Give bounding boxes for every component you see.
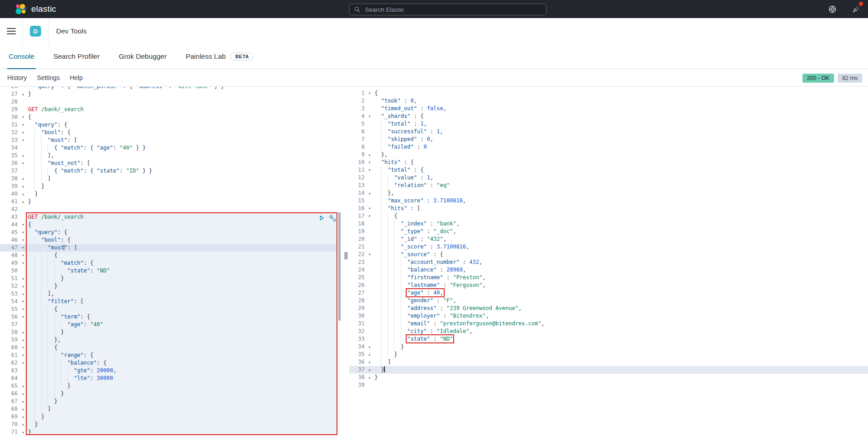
- editor-line[interactable]: 67▴ }: [0, 398, 337, 405]
- response-line[interactable]: 35▴ }: [349, 351, 868, 358]
- response-line[interactable]: 24 "balance" : 28969,: [349, 266, 868, 274]
- response-line[interactable]: 4▾ "_shards" : {: [349, 113, 868, 120]
- response-line[interactable]: 29 "address" : "239 Greenwood Avenue",: [349, 305, 868, 312]
- response-line[interactable]: 6 "successful" : 1,: [349, 128, 868, 136]
- editor-line[interactable]: 28: [0, 98, 337, 106]
- fold-toggle-icon[interactable]: ▾: [366, 205, 373, 212]
- response-line[interactable]: 11▾ "total" : {: [349, 166, 868, 174]
- editor-line[interactable]: 55▾ {: [0, 305, 337, 313]
- editor-line[interactable]: 33▾ "must": [: [0, 136, 337, 144]
- fold-toggle-icon[interactable]: ▴: [366, 374, 373, 381]
- editor-line[interactable]: 50 "state": "ND": [0, 267, 337, 275]
- fold-toggle-icon[interactable]: ▴: [20, 405, 26, 413]
- fold-toggle-icon[interactable]: ▴: [20, 282, 26, 290]
- fold-toggle-icon[interactable]: ▾: [20, 259, 26, 267]
- editor-line[interactable]: 35▴ ],: [0, 152, 337, 159]
- response-line[interactable]: 30 "employer" : "Bitendrex",: [349, 312, 868, 320]
- response-line[interactable]: 25 "firstname" : "Preston",: [349, 274, 868, 281]
- editor-line[interactable]: 56▾ "term": {: [0, 313, 337, 321]
- fold-toggle-icon[interactable]: ▴: [20, 421, 26, 428]
- editor-line[interactable]: 47▾ "must": [: [0, 244, 337, 252]
- fold-toggle-icon[interactable]: ▾: [20, 352, 26, 359]
- editor-line[interactable]: 63 "gte": 20000,: [0, 367, 337, 375]
- fold-toggle-icon[interactable]: ▾: [20, 244, 26, 252]
- global-search[interactable]: [349, 4, 546, 15]
- fold-toggle-icon[interactable]: ▴: [20, 390, 26, 398]
- fold-toggle-icon[interactable]: ▴: [20, 428, 26, 436]
- fold-toggle-icon[interactable]: ▴: [20, 175, 26, 183]
- editor-line[interactable]: 46▾ "bool": {: [0, 236, 337, 244]
- response-line[interactable]: 14▴ },: [349, 189, 868, 197]
- fold-toggle-icon[interactable]: ▴: [20, 328, 26, 336]
- editor-line[interactable]: 59▴ },: [0, 336, 337, 344]
- console-response-pane[interactable]: 1▾{2 "took" : 0,3 "timed_out" : false,4▾…: [349, 87, 868, 436]
- fold-toggle-icon[interactable]: ▴: [366, 366, 373, 374]
- fold-toggle-icon[interactable]: ▾: [20, 159, 26, 167]
- fold-toggle-icon[interactable]: ▾: [366, 159, 373, 166]
- fold-toggle-icon[interactable]: ▾: [20, 129, 26, 136]
- fold-toggle-icon[interactable]: ▴: [366, 358, 373, 366]
- editor-line[interactable]: 39▴ }: [0, 183, 337, 190]
- response-line[interactable]: 34▴ }: [349, 343, 868, 351]
- menu-icon[interactable]: [7, 28, 16, 34]
- fold-toggle-icon[interactable]: ▾: [20, 359, 26, 367]
- editor-line[interactable]: 51▴ }: [0, 275, 337, 282]
- editor-line[interactable]: 29GET /bank/_search: [0, 106, 337, 113]
- response-line[interactable]: 22▾ "_source" : {: [349, 251, 868, 258]
- editor-line[interactable]: 36▾ "must_not": [: [0, 159, 337, 167]
- editor-line[interactable]: 61▾ "range": {: [0, 352, 337, 359]
- tab-painless-lab[interactable]: Painless Lab BETA: [184, 44, 255, 69]
- fold-toggle-icon[interactable]: ▴: [20, 336, 26, 344]
- response-line[interactable]: 18 "_index" : "bank",: [349, 220, 868, 228]
- editor-line[interactable]: 38▴ ]: [0, 175, 337, 183]
- fold-toggle-icon[interactable]: ▾: [366, 166, 373, 174]
- wrench-icon[interactable]: [328, 214, 336, 222]
- editor-line[interactable]: 31▾ "query": {: [0, 121, 337, 129]
- response-line[interactable]: 32 "city" : "Idledale",: [349, 328, 868, 335]
- tab-grok-debugger[interactable]: Grok Debugger: [117, 44, 168, 69]
- pane-resizer-handle[interactable]: [345, 252, 349, 259]
- search-input[interactable]: [364, 6, 529, 14]
- fold-toggle-icon[interactable]: ▴: [20, 413, 26, 421]
- response-line[interactable]: 20 "_id" : "432",: [349, 235, 868, 243]
- fold-toggle-icon[interactable]: ▴: [20, 275, 26, 282]
- response-line[interactable]: 19 "_type" : "_doc",: [349, 228, 868, 235]
- editor-line[interactable]: 48▾ {: [0, 252, 337, 259]
- editor-line[interactable]: 37 { "match": { "state": "ID" } }: [0, 167, 337, 175]
- editor-line[interactable]: 54▾ "filter": [: [0, 298, 337, 305]
- help-icon[interactable]: [826, 3, 838, 15]
- newsfeed-icon[interactable]: [850, 3, 862, 15]
- response-line[interactable]: 10▾ "hits" : {: [349, 159, 868, 166]
- editor-line[interactable]: 69▴ }: [0, 413, 337, 421]
- fold-toggle-icon[interactable]: ▾: [20, 298, 26, 305]
- fold-toggle-icon[interactable]: ▾: [366, 113, 373, 120]
- response-line[interactable]: 21 "_score" : 3.7100816,: [349, 243, 868, 251]
- tab-console[interactable]: Console: [7, 44, 36, 69]
- brand-block[interactable]: elastic: [0, 3, 56, 15]
- response-line[interactable]: 28 "gender" : "F",: [349, 297, 868, 305]
- response-line[interactable]: 31 "email" : "prestonferguson@bitendrex.…: [349, 320, 868, 328]
- editor-line[interactable]: 41▴}: [0, 198, 337, 206]
- editor-line[interactable]: 32▾ "bool": {: [0, 129, 337, 136]
- editor-line[interactable]: 49▾ "match": {: [0, 259, 337, 267]
- response-line[interactable]: 15 "max_score" : 3.7100816,: [349, 197, 868, 205]
- editor-line[interactable]: 71▴}: [0, 428, 337, 436]
- tab-search-profiler[interactable]: Search Profiler: [52, 44, 101, 69]
- response-line[interactable]: 1▾{: [349, 89, 868, 97]
- fold-toggle-icon[interactable]: ▾: [366, 89, 373, 97]
- fold-toggle-icon[interactable]: ▴: [366, 151, 373, 159]
- play-request-icon[interactable]: [318, 214, 326, 222]
- fold-toggle-icon[interactable]: ▾: [20, 221, 26, 229]
- response-line[interactable]: 5 "total" : 1,: [349, 120, 868, 128]
- editor-line[interactable]: 52▴ }: [0, 282, 337, 290]
- editor-line[interactable]: 42: [0, 206, 337, 213]
- fold-toggle-icon[interactable]: ▾: [20, 252, 26, 259]
- editor-line[interactable]: 58▴ }: [0, 328, 337, 336]
- response-line[interactable]: 26 "lastname" : "Ferguson",: [349, 281, 868, 289]
- editor-line[interactable]: 44▾{: [0, 221, 337, 229]
- menu-item-settings[interactable]: Settings: [37, 74, 60, 81]
- fold-toggle-icon[interactable]: ▾: [20, 344, 26, 352]
- menu-item-help[interactable]: Help: [70, 74, 83, 81]
- editor-line[interactable]: 43GET /bank/_search: [0, 213, 337, 221]
- fold-toggle-icon[interactable]: ▴: [20, 290, 26, 298]
